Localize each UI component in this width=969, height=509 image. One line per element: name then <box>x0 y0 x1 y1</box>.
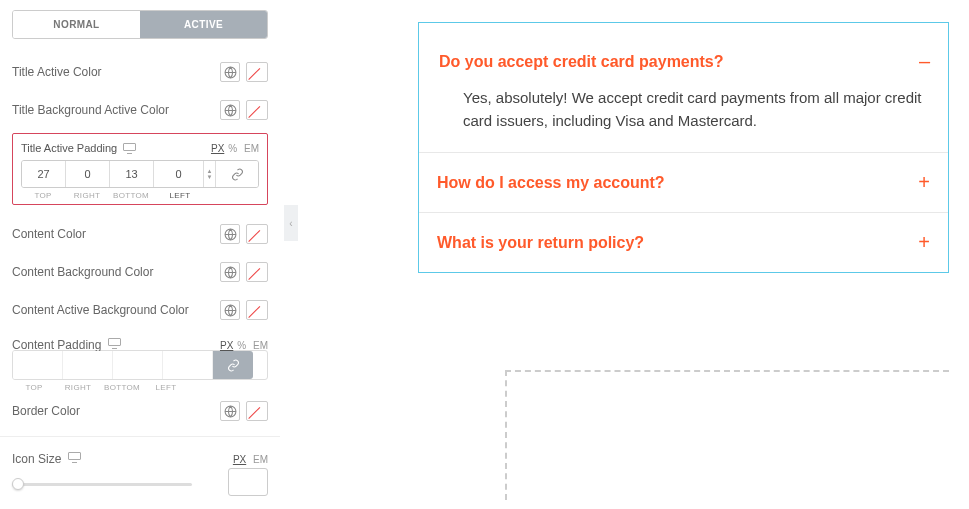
stepper[interactable]: ▲▼ <box>204 161 216 187</box>
faq-header[interactable]: Do you accept credit card payments? – <box>419 23 948 87</box>
icon-size-slider[interactable] <box>12 478 192 490</box>
faq-item: How do I access my account? + <box>419 153 948 213</box>
minus-icon: – <box>919 50 930 73</box>
globe-icon[interactable] <box>220 262 240 282</box>
unit-em[interactable]: EM <box>253 340 268 351</box>
faq-item: Do you accept credit card payments? – Ye… <box>419 23 948 153</box>
content-padding-inputs <box>12 350 268 380</box>
style-sidebar: NORMAL ACTIVE Title Active Color Title B… <box>0 0 280 506</box>
responsive-icon[interactable] <box>68 452 81 463</box>
faq-question: How do I access my account? <box>437 174 918 192</box>
faq-question: What is your return policy? <box>437 234 918 252</box>
unit-em[interactable]: EM <box>244 143 259 154</box>
label-left: LEFT <box>153 191 207 200</box>
faq-item: What is your return policy? + <box>419 213 948 272</box>
unit-px[interactable]: PX <box>233 454 246 465</box>
tab-active[interactable]: ACTIVE <box>140 11 267 38</box>
divider <box>0 436 280 437</box>
label: Content Color <box>12 227 220 241</box>
field-border-color: Border Color <box>12 392 268 430</box>
icon-size-input[interactable] <box>228 468 268 496</box>
label: Border Color <box>12 404 220 418</box>
label-left: LEFT <box>144 383 188 392</box>
unit-switch: PX% EM <box>211 143 259 154</box>
label: Title Background Active Color <box>12 103 220 117</box>
responsive-icon[interactable] <box>108 338 121 349</box>
padding-right-input[interactable] <box>66 161 110 187</box>
state-tabs: NORMAL ACTIVE <box>12 10 268 39</box>
cp-bottom-input[interactable] <box>113 351 163 379</box>
link-values-icon[interactable] <box>213 351 253 379</box>
faq-header[interactable]: What is your return policy? + <box>419 213 948 272</box>
faq-accordion: Do you accept credit card payments? – Ye… <box>418 22 949 273</box>
unit-px[interactable]: PX <box>211 143 224 154</box>
tab-normal[interactable]: NORMAL <box>13 11 140 38</box>
field-title-active-color: Title Active Color <box>12 53 268 91</box>
faq-header[interactable]: How do I access my account? + <box>419 153 948 212</box>
color-picker[interactable] <box>246 262 268 282</box>
label-right: RIGHT <box>65 191 109 200</box>
globe-icon[interactable] <box>220 100 240 120</box>
link-values-icon[interactable] <box>216 161 258 187</box>
field-content-bg-color: Content Background Color <box>12 253 268 291</box>
empty-section-placeholder[interactable] <box>505 370 949 500</box>
plus-icon: + <box>918 231 930 254</box>
unit-switch: PX% EM <box>220 340 268 351</box>
color-picker[interactable] <box>246 401 268 421</box>
padding-bottom-input[interactable] <box>110 161 154 187</box>
unit-em[interactable]: EM <box>253 454 268 465</box>
padding-left-input[interactable] <box>154 161 204 187</box>
preview-area: Do you accept credit card payments? – Ye… <box>418 22 949 273</box>
label: Content Active Background Color <box>12 303 220 317</box>
field-content-active-bg-color: Content Active Background Color <box>12 291 268 329</box>
plus-icon: + <box>918 171 930 194</box>
globe-icon[interactable] <box>220 62 240 82</box>
faq-answer: Yes, absolutely! We accept credit card p… <box>419 87 948 152</box>
label-top: TOP <box>12 383 56 392</box>
unit-pct[interactable]: % <box>228 143 237 154</box>
cp-left-input[interactable] <box>163 351 213 379</box>
label-bottom: BOTTOM <box>109 191 153 200</box>
globe-icon[interactable] <box>220 300 240 320</box>
collapse-sidebar-button[interactable]: ‹ <box>284 205 298 241</box>
label: Content Background Color <box>12 265 220 279</box>
label: Content Padding <box>12 338 220 352</box>
label: Icon Size <box>12 452 233 466</box>
color-picker[interactable] <box>246 62 268 82</box>
label-top: TOP <box>21 191 65 200</box>
color-picker[interactable] <box>246 300 268 320</box>
label-bottom: BOTTOM <box>100 383 144 392</box>
globe-icon[interactable] <box>220 401 240 421</box>
globe-icon[interactable] <box>220 224 240 244</box>
unit-switch: PX EM <box>233 454 268 465</box>
label: Title Active Color <box>12 65 220 79</box>
unit-pct[interactable]: % <box>237 340 246 351</box>
faq-question: Do you accept credit card payments? <box>439 53 919 71</box>
label-right: RIGHT <box>56 383 100 392</box>
padding-inputs: ▲▼ <box>21 160 259 188</box>
color-picker[interactable] <box>246 100 268 120</box>
field-icon-size: Icon Size PX EM <box>12 443 268 468</box>
responsive-icon[interactable] <box>123 143 136 154</box>
unit-px[interactable]: PX <box>220 340 233 351</box>
cp-right-input[interactable] <box>63 351 113 379</box>
slider-thumb[interactable] <box>12 478 24 490</box>
field-content-color: Content Color <box>12 215 268 253</box>
color-picker[interactable] <box>246 224 268 244</box>
label: Title Active Padding <box>21 142 211 154</box>
padding-top-input[interactable] <box>22 161 66 187</box>
field-title-bg-active-color: Title Background Active Color <box>12 91 268 129</box>
title-active-padding-group: Title Active Padding PX% EM ▲▼ TOP RIGHT… <box>12 133 268 205</box>
cp-top-input[interactable] <box>13 351 63 379</box>
